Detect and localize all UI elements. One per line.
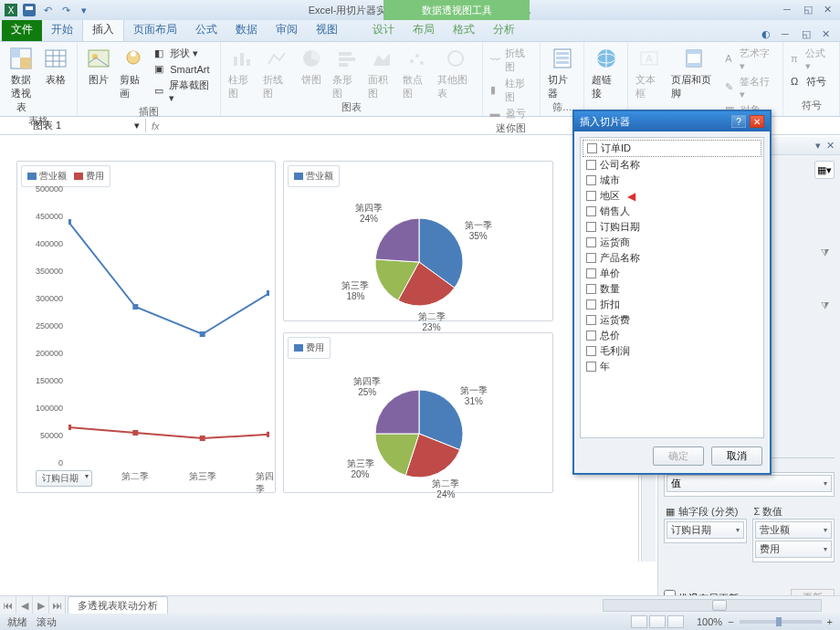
taskpane-close-icon[interactable]: ✕ <box>826 140 835 152</box>
scatter-chart-button[interactable]: 散点图 <box>401 44 432 100</box>
save-icon[interactable] <box>22 3 37 17</box>
tab-format[interactable]: 格式 <box>444 18 484 41</box>
tab-pagelayout[interactable]: 页面布局 <box>124 18 186 41</box>
checkbox-icon[interactable] <box>586 191 596 201</box>
horizontal-scrollbar[interactable] <box>603 599 822 612</box>
wordart-button[interactable]: A艺术字 ▾ <box>723 46 777 73</box>
qat-more-icon[interactable]: ▾ <box>77 3 91 17</box>
help-icon[interactable]: ◐ <box>761 28 774 41</box>
dialog-field-row[interactable]: 销售人 <box>583 204 761 219</box>
tab-view[interactable]: 视图 <box>307 18 347 41</box>
chart-pie-expense[interactable]: 费用 第一季31%第二季24%第三季20%第四季25% <box>283 332 553 493</box>
minimize-icon[interactable]: ─ <box>783 4 796 16</box>
dialog-close-icon[interactable]: ✕ <box>750 115 764 128</box>
view-normal[interactable] <box>631 615 647 628</box>
checkbox-icon[interactable] <box>586 315 596 325</box>
view-pagelayout[interactable] <box>649 615 666 628</box>
wb-close-icon[interactable]: ✕ <box>822 28 835 41</box>
checkbox-icon[interactable] <box>586 299 596 310</box>
sparkline-winloss-button[interactable]: ▬盈亏 <box>488 106 535 121</box>
checkbox-icon[interactable] <box>586 160 596 170</box>
dialog-field-row[interactable]: 订单ID <box>583 140 761 157</box>
redo-icon[interactable]: ↷ <box>58 3 73 17</box>
namebox-dropdown-icon[interactable]: ▾ <box>134 120 140 131</box>
dialog-field-row[interactable]: 总价 <box>583 328 761 343</box>
wb-restore-icon[interactable]: ◱ <box>802 28 814 41</box>
area-chart-button[interactable]: 面积图 <box>366 44 397 100</box>
sheet-nav-next[interactable]: ▶ <box>33 596 49 614</box>
taskpane-dropdown-icon[interactable]: ▾ <box>815 140 821 152</box>
checkbox-icon[interactable] <box>586 206 596 216</box>
clipart-button[interactable]: 剪贴画 <box>118 44 149 100</box>
tab-formulas[interactable]: 公式 <box>186 18 226 41</box>
dialog-field-row[interactable]: 运货商 <box>583 235 761 250</box>
tab-review[interactable]: 审阅 <box>267 18 307 41</box>
column-field-item[interactable]: 值 <box>667 475 832 492</box>
checkbox-icon[interactable] <box>586 268 596 278</box>
sparkline-column-button[interactable]: ▮柱形图 <box>488 76 535 105</box>
zoom-slider[interactable] <box>740 620 822 624</box>
checkbox-icon[interactable] <box>586 222 596 232</box>
checkbox-icon[interactable] <box>586 284 596 294</box>
screenshot-button[interactable]: ▭屏幕截图 ▾ <box>152 78 215 105</box>
sheet-nav-first[interactable]: ⏮ <box>0 596 16 614</box>
checkbox-icon[interactable] <box>586 346 596 356</box>
dialog-field-row[interactable]: 运货费 <box>583 312 761 328</box>
dialog-field-row[interactable]: 数量 <box>583 281 761 297</box>
dialog-field-row[interactable]: 单价 <box>583 266 761 281</box>
dialog-field-row[interactable]: 地区◀ <box>583 188 761 204</box>
checkbox-icon[interactable] <box>586 331 596 341</box>
chart-pie-revenue[interactable]: 营业额 第一季35%第二季23%第三季18%第四季24% <box>283 161 553 321</box>
dialog-field-row[interactable]: 城市 <box>583 173 761 188</box>
tab-insert[interactable]: 插入 <box>82 17 124 41</box>
dialog-field-row[interactable]: 折扣 <box>583 297 761 312</box>
picture-button[interactable]: 图片 <box>83 44 114 87</box>
chart-line[interactable]: 营业额 费用 050000100000150000200000250000300… <box>16 161 276 493</box>
other-chart-button[interactable]: 其他图表 <box>436 44 476 100</box>
zoom-value[interactable]: 100% <box>697 616 722 627</box>
checkbox-icon[interactable] <box>586 175 596 185</box>
dialog-help-icon[interactable]: ? <box>731 115 746 128</box>
tab-data[interactable]: 数据 <box>226 18 267 41</box>
tab-layout[interactable]: 布局 <box>404 18 444 41</box>
fx-icon[interactable]: fx <box>152 121 160 131</box>
sparkline-line-button[interactable]: 〰折线图 <box>488 46 535 75</box>
values-field-item-1[interactable]: 营业额 <box>755 521 833 539</box>
tab-analyze[interactable]: 分析 <box>484 18 524 41</box>
column-field-zone[interactable]: 值 <box>664 472 835 497</box>
values-field-zone[interactable]: 营业额 费用 <box>752 519 835 562</box>
dialog-ok-button[interactable]: 确定 <box>653 446 704 466</box>
bar-chart-button[interactable]: 条形图 <box>331 44 362 100</box>
textbox-button[interactable]: A文本框 <box>634 44 666 100</box>
wb-minimize-icon[interactable]: ─ <box>782 28 794 41</box>
restore-icon[interactable]: ◱ <box>803 4 816 16</box>
column-chart-button[interactable]: 柱形图 <box>226 44 257 100</box>
dialog-field-row[interactable]: 产品名称 <box>583 250 761 266</box>
values-field-item-2[interactable]: 费用 <box>755 541 833 558</box>
checkbox-icon[interactable] <box>587 143 597 153</box>
signature-button[interactable]: ✎签名行 ▾ <box>723 74 777 101</box>
hyperlink-button[interactable]: 超链接 <box>590 44 622 100</box>
dialog-cancel-button[interactable]: 取消 <box>711 446 762 466</box>
sheet-nav-last[interactable]: ⏭ <box>49 596 66 614</box>
tab-home[interactable]: 开始 <box>42 18 82 41</box>
axis-field-item[interactable]: 订购日期 <box>667 521 744 539</box>
file-tab[interactable]: 文件 <box>2 18 42 41</box>
shapes-button[interactable]: ◧形状 ▾ <box>152 46 215 61</box>
sheet-nav-prev[interactable]: ◀ <box>16 596 33 614</box>
dialog-field-list[interactable]: 订单ID公司名称城市地区◀销售人订购日期运货商产品名称单价数量折扣运货费总价毛利… <box>580 137 764 438</box>
zoom-out-icon[interactable]: − <box>728 616 733 627</box>
dialog-field-row[interactable]: 毛利润 <box>583 343 761 359</box>
sheet-tab[interactable]: 多透视表联动分析 <box>68 596 168 614</box>
close-window-icon[interactable]: ✕ <box>824 4 836 16</box>
table-button[interactable]: 表格 <box>40 44 71 87</box>
dialog-field-row[interactable]: 年 <box>583 359 761 374</box>
tab-design[interactable]: 设计 <box>363 18 404 41</box>
axis-field-zone[interactable]: 订购日期 <box>664 519 747 543</box>
checkbox-icon[interactable] <box>586 253 596 263</box>
checkbox-icon[interactable] <box>586 237 596 247</box>
line-chart-button[interactable]: 折线图 <box>261 44 292 100</box>
zoom-in-icon[interactable]: + <box>827 616 833 627</box>
headerfooter-button[interactable]: 页眉和页脚 <box>669 44 719 100</box>
dialog-field-row[interactable]: 公司名称 <box>583 157 761 173</box>
